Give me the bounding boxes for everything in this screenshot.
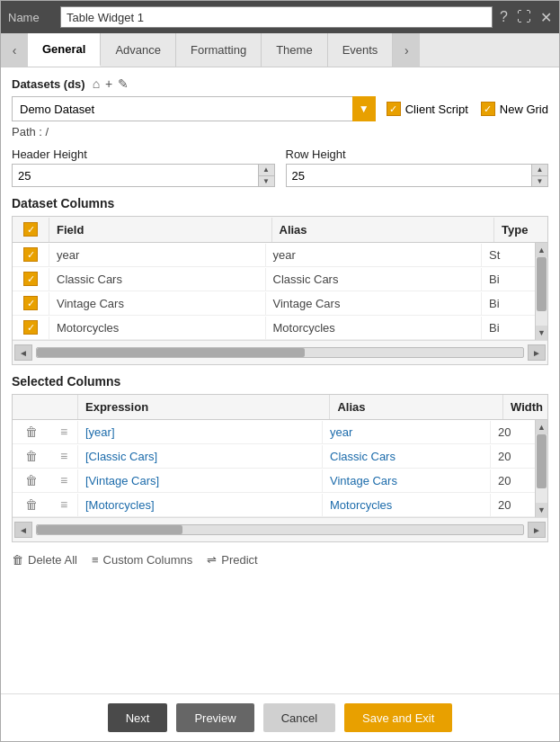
- predict-action[interactable]: ⇌ Predict: [207, 553, 257, 567]
- datasets-label: Datasets (ds): [12, 77, 85, 91]
- dataset-columns-body-wrapper: ✓ year year St ✓ Classic Cars Classic Ca…: [13, 243, 547, 340]
- title-bar: Name ? ⛶ ✕: [1, 1, 559, 33]
- del-year[interactable]: 🗑: [13, 420, 50, 443]
- tab-theme[interactable]: Theme: [262, 33, 327, 67]
- table-row: ✓ Vintage Cars Vintage Cars Bi: [13, 291, 535, 316]
- sel-vscroll-down[interactable]: ▼: [536, 503, 547, 517]
- content-area: Datasets (ds) ⌂ + ✎ Demo Dataset ▼ ✓ Cli…: [1, 67, 559, 693]
- header-height-input[interactable]: [13, 165, 258, 186]
- client-script-label: Client Script: [405, 103, 468, 116]
- hscroll-left[interactable]: ◄: [14, 344, 32, 361]
- next-button[interactable]: Next: [108, 703, 168, 732]
- move-icon[interactable]: ⛶: [517, 9, 531, 26]
- type-year: St: [481, 244, 535, 266]
- close-icon[interactable]: ✕: [540, 9, 552, 26]
- trash-icon[interactable]: 🗑: [25, 449, 38, 463]
- sel-table-vscroll[interactable]: ▲ ▼: [535, 420, 547, 517]
- delete-all-action[interactable]: 🗑 Delete All: [12, 553, 77, 567]
- alias-classic: Classic Cars: [265, 268, 482, 291]
- cancel-button[interactable]: Cancel: [263, 703, 335, 732]
- drag-year[interactable]: ≡: [50, 420, 77, 443]
- row-height-label: Row Height: [286, 148, 549, 161]
- sel-hscroll-right[interactable]: ►: [528, 522, 546, 538]
- width-motorcycles: 20: [490, 494, 535, 516]
- header-height-up[interactable]: ▲: [259, 165, 274, 175]
- datasets-icons: ⌂ + ✎: [93, 76, 129, 91]
- hscroll-thumb: [37, 348, 305, 357]
- sel-body: 🗑 ≡ [year] year 20 🗑 ≡ [Classic Cars]: [13, 420, 535, 517]
- del-classic[interactable]: 🗑: [13, 444, 50, 468]
- selected-columns-table: Expression Alias Width 🗑 ≡ [year] year 2…: [12, 394, 548, 542]
- header-height-down[interactable]: ▼: [259, 175, 274, 187]
- row-height-up[interactable]: ▲: [532, 165, 547, 175]
- motorcycles-checkbox[interactable]: ✓: [23, 320, 38, 335]
- trash-icon[interactable]: 🗑: [25, 497, 38, 512]
- sel-th-alias: Alias: [329, 395, 502, 419]
- select-all-checkbox[interactable]: ✓: [23, 222, 38, 237]
- width-vintage: 20: [490, 469, 535, 492]
- sel-hscroll: ◄ ►: [13, 517, 547, 541]
- tab-next-arrow[interactable]: ›: [393, 33, 420, 67]
- row-height-down[interactable]: ▼: [532, 175, 547, 187]
- del-vintage[interactable]: 🗑: [13, 469, 50, 492]
- custom-columns-icon: ≡: [92, 553, 99, 567]
- bottom-actions: 🗑 Delete All ≡ Custom Columns ⇌ Predict: [12, 550, 548, 574]
- sel-hscroll-thumb: [37, 525, 182, 534]
- datasets-home-icon[interactable]: ⌂: [93, 76, 100, 91]
- tab-prev-arrow[interactable]: ‹: [1, 33, 28, 67]
- footer: Next Preview Cancel Save and Exit: [1, 693, 559, 741]
- row-height-input[interactable]: [287, 165, 532, 186]
- hscroll-right[interactable]: ►: [528, 344, 546, 361]
- tab-events[interactable]: Events: [328, 33, 394, 67]
- dataset-table-vscroll[interactable]: ▲ ▼: [535, 243, 547, 340]
- datasets-edit-icon[interactable]: ✎: [118, 76, 129, 91]
- dataset-select[interactable]: Demo Dataset: [12, 96, 376, 121]
- year-checkbox[interactable]: ✓: [23, 247, 38, 262]
- th-type: Type: [493, 218, 547, 242]
- hscroll-track: [36, 347, 524, 358]
- drag-vintage[interactable]: ≡: [50, 469, 77, 492]
- del-motorcycles[interactable]: 🗑: [13, 493, 50, 516]
- save-exit-button[interactable]: Save and Exit: [344, 703, 452, 732]
- dataset-hscroll: ◄ ►: [13, 340, 547, 364]
- sel-vscroll-up[interactable]: ▲: [536, 420, 547, 434]
- datasets-add-icon[interactable]: +: [105, 76, 112, 91]
- header-height-group: Header Height ▲ ▼: [12, 148, 275, 187]
- new-grid-checkbox[interactable]: ✓: [481, 102, 495, 116]
- expr-year: [year]: [77, 421, 322, 443]
- sel-th-drag: [50, 402, 77, 413]
- help-icon[interactable]: ?: [500, 9, 508, 26]
- sel-th-del: [13, 402, 50, 413]
- width-classic: 20: [490, 445, 535, 468]
- client-script-checkbox[interactable]: ✓: [387, 102, 401, 116]
- dataset-columns-body: ✓ year year St ✓ Classic Cars Classic Ca…: [13, 243, 535, 340]
- title-input[interactable]: [60, 6, 493, 28]
- tab-advance[interactable]: Advance: [101, 33, 176, 67]
- sel-hscroll-left[interactable]: ◄: [14, 522, 32, 538]
- vscroll-thumb: [537, 257, 547, 311]
- vintage-checkbox[interactable]: ✓: [23, 296, 38, 310]
- preview-button[interactable]: Preview: [176, 703, 253, 732]
- expr-vintage: [Vintage Cars]: [77, 469, 322, 492]
- height-row: Header Height ▲ ▼ Row Height ▲ ▼: [12, 148, 548, 187]
- tabs-bar: ‹ General Advance Formatting Theme Event…: [1, 33, 559, 67]
- alias-sel-classic: Classic Cars: [322, 445, 490, 468]
- sel-th-width: Width: [502, 395, 547, 419]
- alias-motorcycles: Motorcycles: [265, 317, 482, 339]
- row-check-vintage: ✓: [13, 291, 49, 315]
- trash-icon[interactable]: 🗑: [25, 473, 38, 487]
- row-height-group: Row Height ▲ ▼: [286, 148, 549, 187]
- client-script-checkbox-item: ✓ Client Script: [387, 102, 468, 116]
- drag-motorcycles[interactable]: ≡: [50, 493, 77, 516]
- custom-columns-action[interactable]: ≡ Custom Columns: [92, 553, 192, 567]
- row-height-spinners: ▲ ▼: [531, 165, 547, 186]
- vscroll-down[interactable]: ▼: [536, 326, 547, 340]
- classic-checkbox[interactable]: ✓: [23, 272, 38, 286]
- trash-icon[interactable]: 🗑: [25, 425, 38, 439]
- vscroll-up[interactable]: ▲: [536, 243, 547, 257]
- field-motorcycles: Motorcycles: [49, 317, 265, 339]
- tab-formatting[interactable]: Formatting: [176, 33, 262, 67]
- drag-classic[interactable]: ≡: [50, 444, 77, 468]
- tab-general[interactable]: General: [28, 33, 101, 67]
- sel-body-wrapper: 🗑 ≡ [year] year 20 🗑 ≡ [Classic Cars]: [13, 420, 547, 517]
